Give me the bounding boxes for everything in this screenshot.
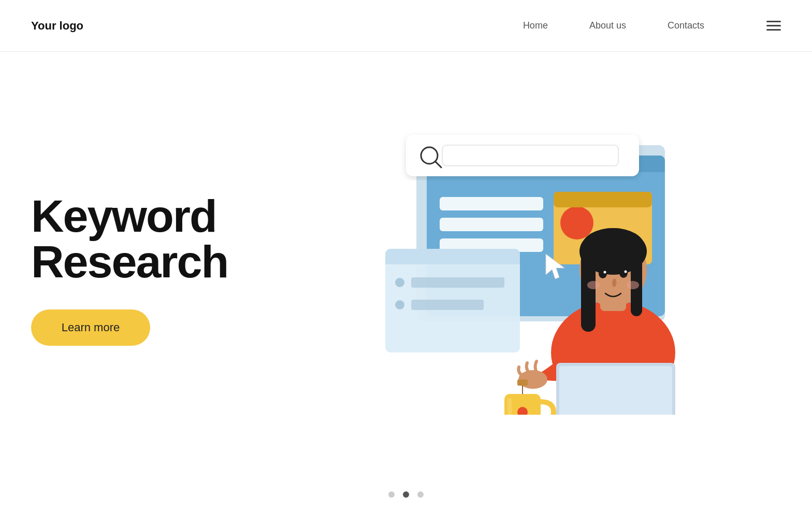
svg-rect-40 (559, 366, 672, 415)
svg-point-35 (625, 271, 627, 273)
svg-rect-13 (554, 192, 652, 207)
svg-point-36 (587, 281, 600, 289)
logo: Your logo (31, 19, 83, 33)
svg-point-21 (395, 278, 404, 287)
left-panel: Keyword Research Learn more (31, 183, 280, 346)
dot-3[interactable] (417, 491, 424, 498)
carousel-dots (388, 491, 424, 498)
svg-point-32 (599, 269, 607, 278)
svg-point-31 (582, 228, 644, 264)
page-title: Keyword Research (31, 193, 280, 285)
svg-point-12 (560, 206, 593, 239)
svg-point-33 (619, 269, 628, 278)
svg-rect-20 (385, 258, 520, 264)
learn-more-button[interactable]: Learn more (31, 309, 150, 346)
hamburger-menu[interactable] (766, 21, 781, 31)
svg-point-34 (604, 271, 606, 274)
nav-about[interactable]: About us (589, 20, 626, 31)
nav-home[interactable]: Home (523, 20, 548, 31)
svg-rect-48 (508, 398, 512, 415)
svg-rect-22 (411, 277, 504, 288)
svg-rect-24 (411, 300, 484, 310)
nav: Home About us Contacts (523, 20, 781, 31)
svg-rect-7 (442, 145, 618, 166)
svg-rect-46 (517, 379, 528, 386)
dot-1[interactable] (388, 491, 395, 498)
main-content: Keyword Research Learn more (0, 52, 812, 477)
header: Your logo Home About us Contacts (0, 0, 812, 52)
illustration (354, 114, 706, 415)
svg-point-23 (395, 300, 404, 309)
svg-rect-8 (440, 197, 543, 210)
svg-point-37 (627, 281, 639, 289)
dot-2[interactable] (403, 491, 409, 498)
nav-contacts[interactable]: Contacts (668, 20, 704, 31)
svg-rect-29 (581, 249, 596, 332)
svg-rect-9 (440, 218, 543, 231)
illustration-panel (280, 52, 781, 477)
